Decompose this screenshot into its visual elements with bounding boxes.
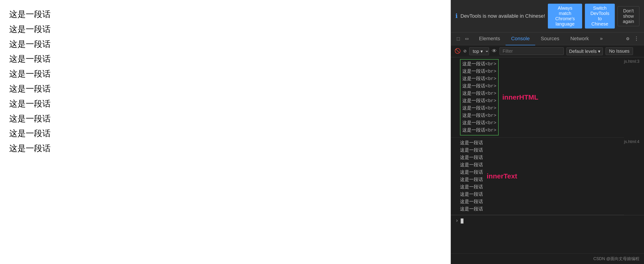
notification-text: DevTools is now available in Chinese! [460,13,545,19]
footer-text: CSDN @面向丈母娘编程 [594,256,640,261]
page-text-line: 这是一段话 [9,82,441,96]
innertext-output: 这是一段话这是一段话这是一段话这是一段话这是一段话这是一段话这是一段话这是一段话… [451,138,624,215]
devtools-toolbar: ⬚ ▭ ElementsConsoleSourcesNetwork» ⚙ ⋮ [451,32,644,45]
html-lines-box: 这是一段话<br>这是一段话<br>这是一段话<br>这是一段话<br>这是一段… [460,59,499,136]
innertext-source: js.html:4 [624,138,644,215]
page-lines: 这是一段话这是一段话这是一段话这是一段话这是一段话这是一段话这是一段话这是一段话… [9,7,441,156]
innerhtml-output: 这是一段话<br>这是一段话<br>这是一段话<br>这是一段话<br>这是一段… [451,57,624,138]
text-line: 这是一段话 [460,184,483,191]
dont-show-button[interactable]: Don't show again [618,6,640,26]
text-line: 这是一段话 [460,176,483,184]
text-line: 这是一段话 [460,154,483,162]
text-line: 这是一段话 [460,198,483,206]
innertext-label: innerText [487,172,517,180]
devtools-tab-elements[interactable]: Elements [474,32,506,45]
console-prompt-icon: › [456,218,458,224]
text-lines-container: 这是一段话这是一段话这是一段话这是一段话这是一段话这是一段话这是一段话这是一段话… [460,139,624,213]
page-text-line: 这是一段话 [9,141,441,156]
page-text-line: 这是一段话 [9,96,441,111]
notification-bar: ℹ DevTools is now available in Chinese! … [451,0,644,32]
page-text-line: 这是一段话 [9,22,441,37]
text-line: 这是一段话 [460,147,483,154]
console-filter-input[interactable] [500,47,564,55]
devtools-panel: ℹ DevTools is now available in Chinese! … [451,0,644,264]
page-text-line: 这是一段话 [9,66,441,82]
device-toggle-icon[interactable]: ▭ [463,34,470,43]
page-text-line: 这是一段话 [9,126,441,141]
html-line: 这是一段话<br> [462,127,496,134]
devtools-tab-network[interactable]: Network [565,32,594,45]
page-text-line: 这是一段话 [9,7,441,22]
html-line: 这是一段话<br> [462,60,496,68]
browser-content: 这是一段话这是一段话这是一段话这是一段话这是一段话这是一段话这是一段话这是一段话… [0,0,451,264]
text-line: 这是一段话 [460,139,483,147]
innerhtml-section: 这是一段话<br>这是一段话<br>这是一段话<br>这是一段话<br>这是一段… [451,57,644,138]
no-issues-button[interactable]: No Issues [606,47,633,55]
html-line: 这是一段话<br> [462,75,496,82]
html-line: 这是一段话<br> [462,105,496,112]
devtools-tab-console[interactable]: Console [506,32,535,45]
page-text-line: 这是一段话 [9,52,441,66]
innerhtml-label: innerHTML [502,93,538,101]
settings-icon[interactable]: ⚙ [624,34,632,43]
html-line: 这是一段话<br> [462,68,496,75]
console-output: 这是一段话<br>这是一段话<br>这是一段话<br>这是一段话<br>这是一段… [451,57,644,254]
text-lines-block: 这是一段话这是一段话这是一段话这是一段话这是一段话这是一段话这是一段话这是一段话… [460,139,483,213]
innertext-content: 这是一段话这是一段话这是一段话这是一段话这是一段话这是一段话这是一段话这是一段话… [451,138,624,215]
html-line: 这是一段话<br> [462,112,496,119]
text-line: 这是一段话 [460,206,483,213]
page-text-line: 这是一段话 [9,111,441,126]
block-icon[interactable]: ⊘ [464,48,466,54]
devtools-tab-sources[interactable]: Sources [535,32,565,45]
text-line: 这是一段话 [460,169,483,176]
info-icon: ℹ [456,12,458,20]
more-options-icon[interactable]: ⋮ [632,34,640,43]
inspect-element-icon[interactable]: ⬚ [454,34,462,43]
console-input-row[interactable]: › [451,215,644,226]
html-line: 这是一段话<br> [462,119,496,127]
eye-icon[interactable]: 👁 [492,48,497,54]
html-line: 这是一段话<br> [462,97,496,105]
devtools-tab-[interactable]: » [594,32,608,45]
text-line: 这是一段话 [460,162,483,169]
clear-console-icon[interactable]: 🚫 [454,48,461,54]
devtools-tabs: ElementsConsoleSourcesNetwork» [474,32,608,45]
top-context-selector[interactable]: top ▾ [469,47,489,55]
innerhtml-source: js.html:3 [624,57,644,138]
html-line: 这是一段话<br> [462,90,496,97]
match-language-button[interactable]: Always match Chrome's language [548,4,582,28]
html-line: 这是一段话<br> [462,82,496,90]
text-line: 这是一段话 [460,191,483,198]
devtools-footer: CSDN @面向丈母娘编程 [451,254,644,264]
html-lines-container: 这是一段话<br>这是一段话<br>这是一段话<br>这是一段话<br>这是一段… [460,59,624,136]
innerhtml-content: 这是一段话<br>这是一段话<br>这是一段话<br>这是一段话<br>这是一段… [451,57,624,138]
page-text-line: 这是一段话 [9,37,441,52]
default-levels-button[interactable]: Default levels ▾ [566,47,603,55]
console-filter-bar: 🚫 ⊘ top ▾ 👁 Default levels ▾ No Issues [451,45,644,57]
switch-chinese-button[interactable]: Switch DevTools to Chinese [585,4,614,28]
console-cursor [461,218,464,224]
innertext-section: 这是一段话这是一段话这是一段话这是一段话这是一段话这是一段话这是一段话这是一段话… [451,138,644,215]
